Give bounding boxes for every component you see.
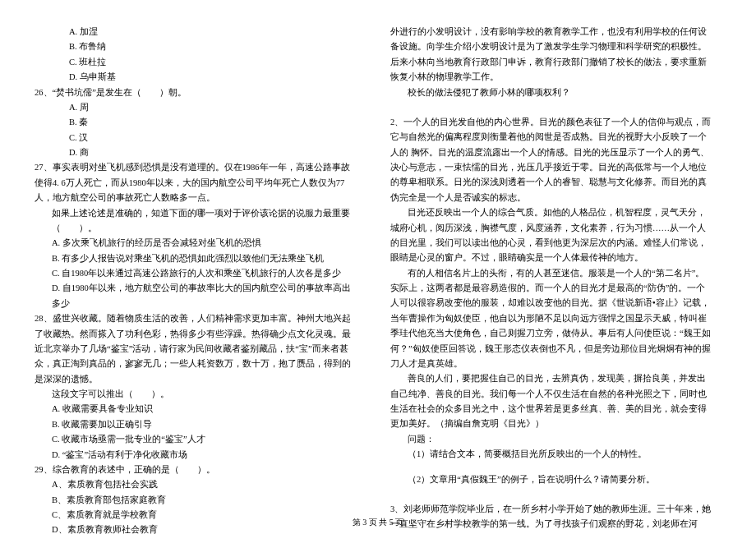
m2-para-a: 2、一个人的目光发自他的内心世界。目光的颜色表征了一个人的信仰与观点，而它与自然… (390, 115, 713, 205)
m2-para-d: 善良的人们，要把握住自己的目光，去辨真伪，发现美，摒拾良美，并发出自己纯净、善良… (390, 371, 713, 432)
q28-sub: 这段文字可以推出（ ）。 (35, 387, 357, 402)
q26-opt-c: C. 汉 (35, 131, 357, 145)
m2-q2: （2）文章用“真假魏王”的例子，旨在说明什么？请简要分析。 (390, 472, 713, 487)
q28-opt-a: A. 收藏需要具备专业知识 (35, 402, 357, 417)
q26-opt-d: D. 商 (35, 145, 357, 160)
q27-sub: 如果上述论述是准确的，知道下面的哪一项对于评价该论据的说服力最重要（ ）。 (35, 206, 357, 237)
q26-stem: 26、“焚书坑儒”是发生在（ ）朝。 (35, 85, 357, 100)
m2-q1: （1）请结合文本，简要概括目光所反映出的一个人的特性。 (390, 447, 713, 462)
q29-opt-b: B、素质教育部包括家庭教育 (35, 493, 357, 508)
page-footer: 第 3 页 共 5 页 (0, 515, 756, 530)
q29-stem: 29、综合教育的表述中，正确的是（ ）。 (35, 463, 357, 477)
q28-opt-b: B. 收藏需要加以正确引导 (35, 417, 357, 432)
q26-opt-b: B. 秦 (35, 115, 357, 130)
q28-opt-c: C. 收藏市场亟需一批专业的“鉴宝”人才 (35, 432, 357, 447)
q27-stem: 27、事实表明对坐飞机感到恐惧是没有道理的。仅在1986年一年，高速公路事故使得… (35, 160, 357, 205)
q28-stem: 28、盛世兴收藏。随着物质生活的改善，人们精神需求更加丰富。神州大地兴起了收藏热… (35, 311, 357, 387)
q27-opt-b: B. 有多少人报告说对乘坐飞机的恐惧如此强烈以致他们无法乘坐飞机 (35, 251, 357, 266)
q25-opt-c: C. 班杜拉 (35, 55, 357, 70)
q27-opt-a: A. 多次乘飞机旅行的经历是否会减轻对坐飞机的恐惧 (35, 236, 357, 251)
q25-opt-a: A. 加涅 (35, 25, 357, 39)
m2-para-b: 目光还反映出一个人的综合气质。如他的人格品位，机智程度，灵气天分，城府心机，阅历… (390, 205, 713, 266)
q26-opt-a: A. 周 (35, 100, 357, 115)
q27-opt-d: D. 自1980年以来，地方航空公司的事故率比大的国内航空公司的事故率高出多少 (35, 281, 357, 311)
q27-opt-c: C. 自1980年以来通过高速公路旅行的人次和乘坐飞机旅行的人次各是多少 (35, 266, 357, 281)
m1-question: 校长的做法侵犯了教师小林的哪项权利？ (390, 85, 713, 100)
left-column: A. 加涅 B. 布鲁纳 C. 班杜拉 D. 乌申斯基 26、“焚书坑儒”是发生… (35, 25, 357, 534)
q25-opt-d: D. 乌申斯基 (35, 70, 357, 85)
q25-opt-b: B. 布鲁纳 (35, 39, 357, 54)
m2-q-label: 问题： (390, 432, 713, 447)
m1-continued: 外进行的小发明设计，没有影响学校的教育教学工作，也没有利用学校的任何设备设施。向… (390, 25, 713, 85)
right-column: 外进行的小发明设计，没有影响学校的教育教学工作，也没有利用学校的任何设备设施。向… (390, 25, 713, 534)
m2-para-c: 有的人相信名片上的头衔，有的人甚至迷信。服装是一个人的“第二名片”。实际上，这两… (390, 266, 713, 372)
q28-opt-d: D. “鉴宝”活动有利于净化收藏市场 (35, 448, 357, 463)
q29-opt-a: A、素质教育包括社会实践 (35, 477, 357, 492)
